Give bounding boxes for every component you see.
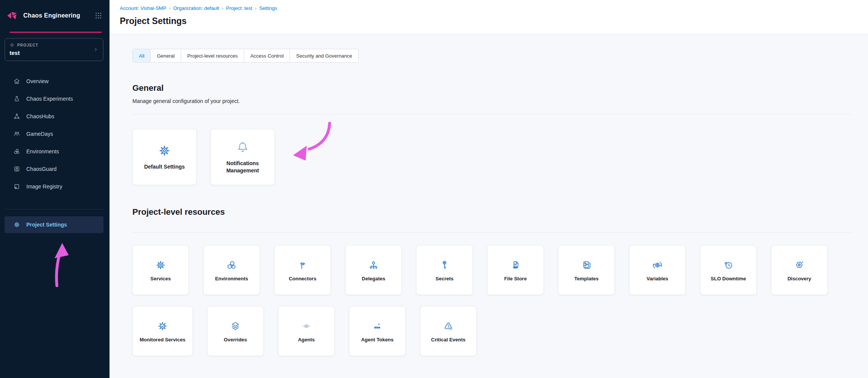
- card-connectors[interactable]: Connectors: [274, 245, 331, 295]
- card-label: File Store: [504, 276, 527, 281]
- project-name: test: [10, 50, 98, 56]
- sidebar-item-chaosguard[interactable]: ChaosGuard: [0, 160, 110, 178]
- templates-icon: [580, 259, 593, 271]
- apps-grid-icon[interactable]: [94, 11, 103, 20]
- sidebar-divider: [5, 209, 105, 209]
- card-discovery[interactable]: Discovery: [771, 245, 828, 295]
- critical-events-icon: [442, 320, 454, 332]
- sidebar-nav: Overview Chaos Experiments ChaosHubs Gam…: [0, 72, 110, 233]
- card-critical-events[interactable]: Critical Events: [420, 306, 477, 356]
- card-label: Overrides: [224, 337, 247, 343]
- card-label: Services: [150, 276, 171, 281]
- page-header: Account: Vishal-SMP›Organization: defaul…: [110, 0, 868, 34]
- cube-icon: [10, 43, 14, 48]
- section-subtitle-general: Manage general configuration of your pro…: [132, 98, 851, 104]
- sidebar-item-label: ChaosHubs: [26, 113, 54, 119]
- settings-content: All General Project-level resources Acce…: [110, 34, 868, 356]
- sidebar-item-label: Overview: [26, 78, 48, 84]
- card-label: Default Settings: [140, 163, 190, 171]
- sidebar-item-image-registry[interactable]: Image Registry: [0, 178, 110, 195]
- home-icon: [13, 77, 21, 85]
- sidebar-item-chaoshubs[interactable]: ChaosHubs: [0, 108, 110, 125]
- sidebar-item-gamedays[interactable]: GameDays: [0, 125, 110, 143]
- card-label: Discovery: [787, 276, 811, 281]
- chaos-pinwheel-icon: [6, 9, 19, 22]
- breadcrumb-project[interactable]: Project: test: [226, 5, 253, 11]
- card-label: SLO Downtime: [711, 276, 746, 281]
- card-variables[interactable]: Variables: [629, 245, 686, 295]
- registry-icon: [13, 183, 21, 190]
- card-label: Notifications Management: [211, 160, 274, 174]
- card-default-settings[interactable]: Default Settings: [132, 129, 196, 185]
- tab-security-and-governance[interactable]: Security and Governance: [290, 49, 358, 62]
- project-selector[interactable]: PROJECT test: [5, 38, 103, 61]
- card-label: Environments: [215, 276, 248, 281]
- card-agents[interactable]: Agents: [278, 306, 335, 356]
- brand-title: Chaos Engineering: [23, 12, 90, 19]
- card-label: Variables: [646, 276, 668, 281]
- tab-all[interactable]: All: [133, 49, 150, 62]
- breadcrumb-separator: ›: [255, 5, 256, 11]
- breadcrumb-separator: ›: [222, 5, 223, 11]
- lock-square-icon: [13, 165, 21, 173]
- settings-tabbar: All General Project-level resources Acce…: [132, 49, 359, 63]
- file-store-icon: [509, 259, 522, 271]
- section-divider: [132, 232, 851, 233]
- monitored-services-icon: [156, 320, 169, 332]
- tokens-icon: [371, 320, 383, 332]
- card-services[interactable]: Services: [132, 245, 189, 295]
- card-notifications-management[interactable]: Notifications Management: [211, 129, 275, 185]
- card-file-store[interactable]: File Store: [487, 245, 544, 295]
- card-agent-tokens[interactable]: Agent Tokens: [349, 306, 406, 356]
- card-label: Agents: [298, 337, 315, 343]
- sidebar-item-label: Project Settings: [26, 222, 67, 228]
- hub-icon: [13, 113, 21, 120]
- sidebar-item-overview[interactable]: Overview: [0, 72, 110, 90]
- bell-icon: [235, 140, 250, 154]
- agents-icon: [300, 320, 312, 332]
- card-overrides[interactable]: Overrides: [207, 306, 264, 356]
- card-label: Delegates: [362, 276, 385, 281]
- sidebar-item-label: GameDays: [26, 131, 53, 137]
- key-icon: [438, 259, 451, 271]
- sidebar: Chaos Engineering PROJECT test Overview …: [0, 0, 110, 378]
- gear-icon: [155, 259, 167, 271]
- card-label: Connectors: [289, 276, 316, 281]
- sidebar-item-label: Image Registry: [26, 183, 62, 190]
- sidebar-item-project-settings[interactable]: Project Settings: [5, 216, 103, 233]
- card-slo-downtime[interactable]: SLO Downtime: [700, 245, 757, 295]
- sidebar-item-label: Environments: [26, 148, 59, 154]
- card-environments[interactable]: Environments: [203, 245, 260, 295]
- brand-accent-line: [10, 32, 102, 33]
- breadcrumb-settings[interactable]: Settings: [259, 5, 277, 11]
- brand[interactable]: Chaos Engineering: [0, 0, 110, 22]
- sidebar-item-label: Chaos Experiments: [26, 96, 73, 102]
- general-cards-row: Default Settings Notifications Managemen…: [132, 129, 851, 185]
- variables-icon: [651, 259, 663, 271]
- tab-project-level-resources[interactable]: Project-level resources: [181, 49, 244, 62]
- tab-access-control[interactable]: Access Control: [244, 49, 290, 62]
- delegates-icon: [367, 259, 380, 271]
- gear-icon: [157, 143, 172, 158]
- gear-icon: [13, 221, 21, 228]
- section-divider: [132, 114, 851, 114]
- card-label: Critical Events: [431, 337, 465, 343]
- tab-general[interactable]: General: [150, 49, 180, 62]
- resources-row-2: Monitored Services Overrides Agents Agen…: [132, 306, 851, 356]
- card-templates[interactable]: Templates: [558, 245, 615, 295]
- card-label: Agent Tokens: [361, 337, 393, 343]
- connectors-icon: [296, 259, 309, 271]
- resources-row-1: Services Environments Connectors Delegat…: [132, 245, 851, 295]
- page-title: Project Settings: [120, 15, 868, 27]
- chevron-right-icon: [93, 47, 98, 52]
- breadcrumb-account[interactable]: Account: Vishal-SMP: [120, 5, 166, 11]
- card-secrets[interactable]: Secrets: [416, 245, 473, 295]
- sidebar-item-environments[interactable]: Environments: [0, 143, 110, 160]
- environments-icon: [225, 259, 238, 271]
- sidebar-item-chaos-experiments[interactable]: Chaos Experiments: [0, 90, 110, 108]
- section-title-general: General: [132, 83, 851, 93]
- card-monitored-services[interactable]: Monitored Services: [132, 306, 193, 356]
- breadcrumb-organization[interactable]: Organization: default: [173, 5, 219, 11]
- sidebar-item-label: ChaosGuard: [26, 166, 56, 172]
- card-delegates[interactable]: Delegates: [345, 245, 402, 295]
